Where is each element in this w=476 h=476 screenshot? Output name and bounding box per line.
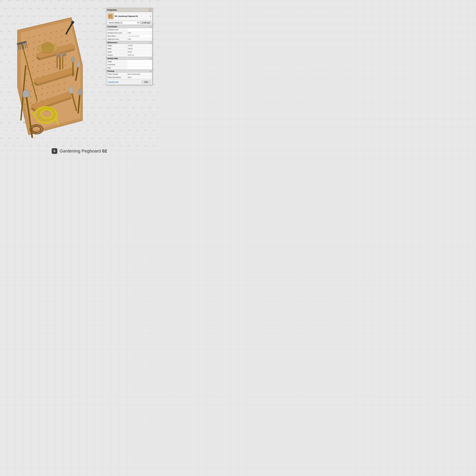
constraints-collapse-icon: ▲ <box>150 26 151 28</box>
svg-point-151 <box>62 53 67 56</box>
prop-value: <not associated> <box>127 34 152 38</box>
prop-value: 0.00 <box>127 32 152 34</box>
prop-label: Mark <box>106 66 127 69</box>
svg-rect-174 <box>141 23 143 23</box>
svg-point-45 <box>43 64 44 65</box>
bottom-title-area: 6 Gardening Pegboard 02 <box>52 148 107 154</box>
svg-point-91 <box>30 102 31 104</box>
title-text: Gardening Pegboard 02 <box>60 149 107 153</box>
svg-point-172 <box>110 16 111 17</box>
svg-point-92 <box>35 101 37 102</box>
svg-point-5 <box>45 34 46 35</box>
svg-point-51 <box>32 72 33 74</box>
svg-point-170 <box>111 15 112 16</box>
svg-point-2 <box>28 37 29 39</box>
svg-point-169 <box>110 15 111 16</box>
prop-label: Height <box>106 44 127 47</box>
svg-point-90 <box>24 104 26 105</box>
prop-value[interactable] <box>127 60 152 63</box>
svg-point-60 <box>37 77 38 78</box>
edit-type-button[interactable]: Edit Type <box>140 21 151 24</box>
prop-phase-demolished: Phase Demolished None <box>106 76 152 79</box>
prop-volume: Volume 0.037 m³ <box>106 54 152 57</box>
type-selector-row: Generic Models (1) Edit Type <box>106 20 152 25</box>
svg-rect-175 <box>142 22 143 23</box>
panel-title: Properties <box>107 9 117 11</box>
svg-point-23 <box>55 43 56 44</box>
prop-label: Volume <box>106 54 127 57</box>
prop-mark: Mark <box>106 66 152 69</box>
svg-point-47 <box>54 61 55 62</box>
svg-point-13 <box>44 39 46 41</box>
prop-elevation-from-level: Elevation from Level 0.00 <box>106 32 152 34</box>
prop-offset-from-host: Offset from Host 0.00 <box>106 38 152 41</box>
svg-rect-136 <box>72 60 74 76</box>
svg-point-105 <box>24 116 25 117</box>
svg-point-43 <box>32 66 33 68</box>
model-area <box>5 10 87 141</box>
prop-value[interactable] <box>127 28 152 31</box>
svg-point-88 <box>58 90 59 91</box>
svg-point-58 <box>26 80 27 81</box>
identity-data-collapse-icon: ▲ <box>150 58 151 59</box>
prop-value: None <box>127 76 152 79</box>
svg-point-148 <box>56 54 61 58</box>
svg-point-26 <box>27 55 28 57</box>
thumbnail <box>107 13 114 19</box>
svg-point-14 <box>50 38 51 39</box>
title-bold: 02 <box>102 149 107 153</box>
svg-point-173 <box>111 16 112 17</box>
close-button[interactable]: × <box>149 9 151 11</box>
svg-point-49 <box>65 58 67 60</box>
prop-label: Comments <box>106 63 127 66</box>
title-regular: Gardening Pegboard <box>60 149 102 153</box>
svg-point-77 <box>42 88 43 89</box>
prop-comments: Comments <box>106 63 152 66</box>
dropdown-arrow-icon[interactable]: ▼ <box>150 15 151 17</box>
properties-panel: Properties × RD_Gardening Pegboard 02 <box>106 8 152 85</box>
svg-point-85 <box>41 94 43 95</box>
svg-point-44 <box>37 65 39 66</box>
svg-point-126 <box>42 42 54 53</box>
section-phasing[interactable]: Phasing ▲ <box>106 69 152 73</box>
main-content: Properties × RD_Gardening Pegboard 02 <box>0 0 159 159</box>
svg-point-50 <box>26 74 27 75</box>
prop-value[interactable] <box>127 66 152 69</box>
svg-point-89 <box>64 88 65 90</box>
panel-titlebar: Properties × <box>106 8 152 12</box>
prop-value: 0.00 <box>127 38 152 41</box>
prop-work-plane: Work Plane <not associated> <box>106 34 152 38</box>
section-dimensions[interactable]: Dimensions ▲ <box>106 41 152 44</box>
type-dropdown[interactable]: Generic Models (1) <box>107 21 139 24</box>
phasing-collapse-icon: ▲ <box>150 70 151 72</box>
properties-help-link[interactable]: Properties help <box>108 81 118 83</box>
svg-point-24 <box>61 42 62 43</box>
svg-rect-144 <box>62 55 63 69</box>
svg-point-10 <box>28 43 29 45</box>
prop-label: Schedule Level <box>106 28 127 31</box>
svg-point-16 <box>61 35 62 37</box>
svg-point-18 <box>27 50 29 51</box>
svg-point-76 <box>36 89 37 90</box>
svg-point-57 <box>65 64 66 66</box>
prop-label: Width <box>106 47 127 50</box>
prop-label: Elevation from Level <box>106 32 127 34</box>
type-name: RD_Gardening Pegboard 02 <box>115 15 149 17</box>
svg-point-98 <box>24 110 25 111</box>
svg-point-52 <box>37 71 38 72</box>
prop-depth: Depth 50.00 <box>106 51 152 54</box>
pegboard-svg <box>5 10 87 141</box>
number-badge: 6 <box>52 148 57 154</box>
section-identity-data[interactable]: Identity Data ▲ <box>106 57 152 60</box>
prop-value[interactable] <box>127 63 152 66</box>
prop-phase-created: Phase Created New Construction <box>106 73 152 76</box>
prop-label: Image <box>106 60 127 63</box>
prop-value: 115.00 <box>127 44 152 47</box>
svg-point-75 <box>31 90 32 92</box>
prop-value: 0.037 m³ <box>127 54 152 57</box>
svg-point-81 <box>64 83 65 84</box>
section-constraints[interactable]: Constraints ▲ <box>106 25 152 28</box>
svg-point-87 <box>52 91 54 92</box>
apply-button[interactable]: Apply <box>141 81 151 84</box>
svg-point-19 <box>33 48 34 50</box>
